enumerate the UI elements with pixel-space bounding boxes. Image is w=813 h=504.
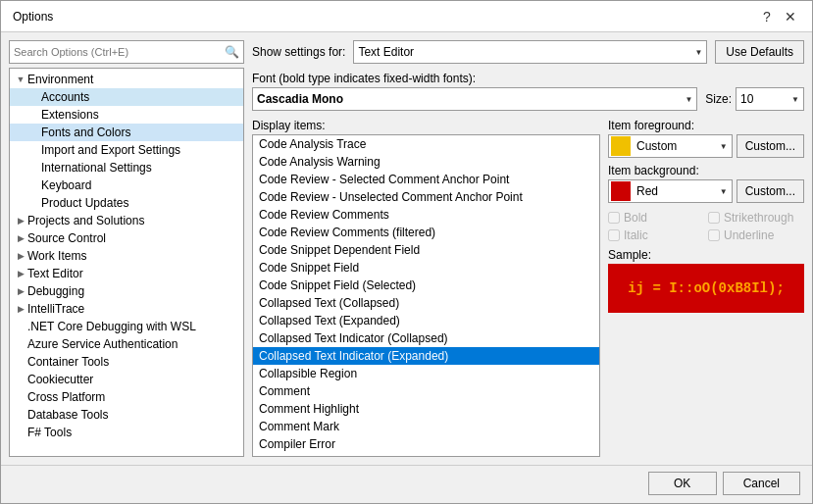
show-settings-dropdown[interactable]: Text Editor ▼ xyxy=(353,40,707,64)
font-arrow: ▼ xyxy=(681,95,692,104)
tree-item-debugging[interactable]: ▶ Debugging xyxy=(10,282,243,300)
list-item[interactable]: Comment xyxy=(253,382,599,400)
tree-item-container[interactable]: Container Tools xyxy=(10,353,243,371)
bold-checkbox-group: Bold xyxy=(608,211,704,225)
tree-item-projects[interactable]: ▶ Projects and Solutions xyxy=(10,212,243,229)
underline-label: Underline xyxy=(724,228,774,242)
right-panel: Show settings for: Text Editor ▼ Use Def… xyxy=(252,40,804,457)
list-item[interactable]: Collapsed Text Indicator (Collapsed) xyxy=(253,329,599,347)
style-checkboxes: Bold Strikethrough Italic Underline xyxy=(608,211,804,242)
strikethrough-checkbox[interactable] xyxy=(708,212,720,224)
tree-item-fsharp[interactable]: F# Tools xyxy=(10,424,243,441)
tree-item-work-items[interactable]: ▶ Work Items xyxy=(10,247,243,265)
background-custom-button[interactable]: Custom... xyxy=(737,179,804,203)
tree-item-cross-platform[interactable]: Cross Platform xyxy=(10,388,243,406)
background-dropdown[interactable]: Red ▼ xyxy=(608,179,733,203)
tree-item-fonts-colors[interactable]: Fonts and Colors xyxy=(10,124,243,141)
tree-item-database[interactable]: Database Tools xyxy=(10,406,243,424)
show-settings-controls: Text Editor ▼ Use Defaults xyxy=(353,40,804,64)
show-settings-value: Text Editor xyxy=(358,45,414,59)
tree-item-intellitrace[interactable]: ▶ IntelliTrace xyxy=(10,300,243,318)
list-item[interactable]: Code Review Comments xyxy=(253,206,599,224)
sample-box: ij = I::oO(0xB8Il); xyxy=(608,264,804,313)
underline-checkbox[interactable] xyxy=(708,229,720,241)
tree-item-net-core[interactable]: .NET Core Debugging with WSL xyxy=(10,318,243,335)
italic-label: Italic xyxy=(624,228,648,242)
list-item[interactable]: Code Review - Unselected Comment Anchor … xyxy=(253,188,599,206)
sample-section: Sample: ij = I::oO(0xB8Il); xyxy=(608,248,804,313)
list-item[interactable]: Code Analysis Warning xyxy=(253,153,599,171)
list-item[interactable]: Collapsed Text (Collapsed) xyxy=(253,294,599,312)
tree-item-text-editor[interactable]: ▶ Text Editor xyxy=(10,265,243,282)
options-dialog: Options ? ✕ 🔍 ▼ Environment Accounts xyxy=(0,0,813,504)
background-label: Item background: xyxy=(608,164,804,177)
right-controls: Item foreground: Custom ▼ Custom... xyxy=(608,119,804,457)
font-row: Font (bold type indicates fixed-width fo… xyxy=(252,72,804,111)
italic-checkbox[interactable] xyxy=(608,229,620,241)
tree-item-environment[interactable]: ▼ Environment xyxy=(10,71,243,88)
middle-section: Display items: Code Analysis TraceCode A… xyxy=(252,119,804,457)
list-item[interactable]: Code Review Comments (filtered) xyxy=(253,224,599,241)
search-input[interactable] xyxy=(14,46,225,58)
list-item[interactable]: Code Snippet Field xyxy=(253,259,599,277)
list-item[interactable]: Code Snippet Field (Selected) xyxy=(253,277,599,294)
dialog-title: Options xyxy=(13,10,53,24)
tree-item-azure[interactable]: Azure Service Authentication xyxy=(10,335,243,353)
expand-icon-source: ▶ xyxy=(14,233,27,243)
bottom-bar: OK Cancel xyxy=(1,465,812,503)
list-item[interactable]: Code Review - Selected Comment Anchor Po… xyxy=(253,171,599,188)
bold-checkbox[interactable] xyxy=(608,212,620,224)
display-items-list: Code Analysis TraceCode Analysis Warning… xyxy=(252,134,600,457)
show-settings-row: Show settings for: Text Editor ▼ Use Def… xyxy=(252,40,804,64)
tree-item-intl[interactable]: International Settings xyxy=(10,159,243,176)
expand-icon-debug: ▶ xyxy=(14,286,27,296)
display-items-label: Display items: xyxy=(252,119,600,132)
tree-item-import-export[interactable]: Import and Export Settings xyxy=(10,141,243,159)
size-arrow: ▼ xyxy=(788,95,799,104)
foreground-swatch xyxy=(611,136,631,156)
expand-icon-work: ▶ xyxy=(14,251,27,261)
size-dropdown[interactable]: 10 ▼ xyxy=(736,87,804,111)
tree-container: ▼ Environment Accounts Extensions Fonts … xyxy=(9,68,244,457)
foreground-row: Custom ▼ Custom... xyxy=(608,134,804,158)
list-item[interactable]: Comment Highlight xyxy=(253,400,599,418)
title-bar-controls: ? ✕ xyxy=(757,7,800,26)
left-panel: 🔍 ▼ Environment Accounts Extensions xyxy=(9,40,244,457)
list-item[interactable]: Code Analysis Trace xyxy=(253,135,599,153)
tree-item-product-updates[interactable]: Product Updates xyxy=(10,194,243,212)
close-button[interactable]: ✕ xyxy=(781,7,800,26)
list-item[interactable]: Compiler Error xyxy=(253,435,599,453)
cancel-button[interactable]: Cancel xyxy=(723,472,800,495)
italic-checkbox-group: Italic xyxy=(608,228,704,242)
font-dropdown[interactable]: Cascadia Mono ▼ xyxy=(252,87,697,111)
title-bar: Options ? ✕ xyxy=(1,1,812,32)
tree-item-cookiecutter[interactable]: Cookiecutter xyxy=(10,371,243,388)
sample-label: Sample: xyxy=(608,248,804,262)
ok-button[interactable]: OK xyxy=(648,472,717,495)
main-content: 🔍 ▼ Environment Accounts Extensions xyxy=(1,32,812,465)
list-item[interactable]: Collapsed Text (Expanded) xyxy=(253,312,599,329)
tree-item-accounts[interactable]: Accounts xyxy=(10,88,243,106)
display-items-panel: Display items: Code Analysis TraceCode A… xyxy=(252,119,600,457)
foreground-label: Item foreground: xyxy=(608,119,804,132)
list-item[interactable]: Collapsed Text Indicator (Expanded) xyxy=(253,347,599,365)
foreground-custom-button[interactable]: Custom... xyxy=(737,134,804,158)
font-controls: Cascadia Mono ▼ Size: 10 ▼ xyxy=(252,87,804,111)
list-item[interactable]: Code Snippet Dependent Field xyxy=(253,241,599,259)
tree-item-source-control[interactable]: ▶ Source Control xyxy=(10,229,243,247)
size-value: 10 xyxy=(740,92,753,106)
strikethrough-label: Strikethrough xyxy=(724,211,793,225)
list-item[interactable]: Comment Mark xyxy=(253,418,599,435)
tree-item-keyboard[interactable]: Keyboard xyxy=(10,176,243,194)
help-button[interactable]: ? xyxy=(757,7,777,26)
font-value: Cascadia Mono xyxy=(257,92,343,106)
search-box: 🔍 xyxy=(9,40,244,64)
list-item[interactable]: Collapsible Region xyxy=(253,365,599,382)
sample-text: ij = I::oO(0xB8Il); xyxy=(628,280,785,296)
background-swatch xyxy=(611,181,631,201)
use-defaults-button[interactable]: Use Defaults xyxy=(715,40,804,64)
tree-item-extensions[interactable]: Extensions xyxy=(10,106,243,124)
foreground-dropdown[interactable]: Custom ▼ xyxy=(608,134,733,158)
search-icon[interactable]: 🔍 xyxy=(225,45,239,59)
background-arrow: ▼ xyxy=(716,187,732,196)
